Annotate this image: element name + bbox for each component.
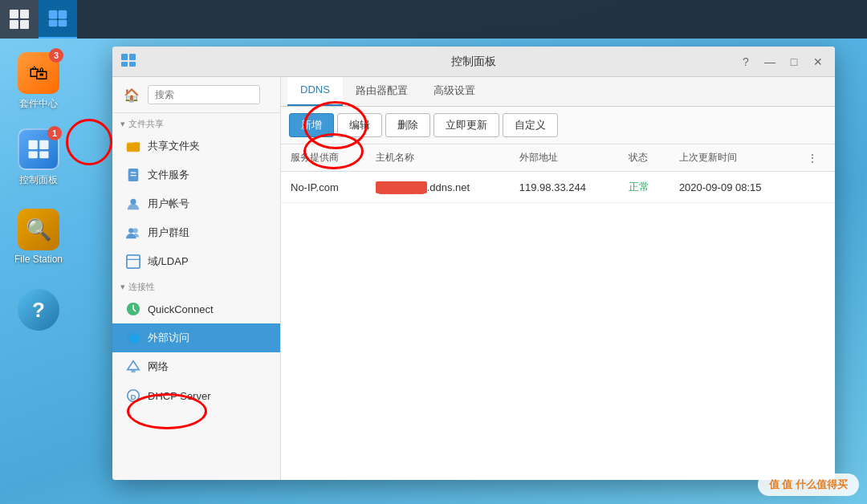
svg-rect-29 <box>131 370 135 373</box>
badge-package-center: 3 <box>49 48 63 63</box>
update-now-button[interactable]: 立即更新 <box>434 113 499 137</box>
user-account-icon <box>125 196 141 212</box>
maximize-button[interactable]: □ <box>784 51 804 72</box>
sidebar-section-connectivity: ▾ 连接性 <box>112 276 280 295</box>
svg-rect-4 <box>49 10 57 18</box>
close-button[interactable]: ✕ <box>808 51 828 72</box>
sidebar-home-button[interactable]: 🏠 <box>120 83 143 106</box>
chevron-down-icon: ▾ <box>120 119 125 129</box>
file-service-icon <box>125 167 141 183</box>
taskbar-logo[interactable] <box>0 0 39 39</box>
svg-rect-0 <box>10 10 18 18</box>
window-app-icon <box>120 52 136 71</box>
svg-rect-9 <box>39 140 48 149</box>
quickconnect-icon <box>125 301 141 317</box>
svg-rect-18 <box>130 172 136 173</box>
search-input[interactable] <box>148 85 260 104</box>
badge-control-panel: 1 <box>47 126 62 140</box>
tab-ddns[interactable]: DDNS <box>287 77 343 106</box>
tab-advanced[interactable]: 高级设置 <box>421 77 488 106</box>
col-hostname: 主机名称 <box>366 144 509 172</box>
svg-rect-11 <box>39 152 48 159</box>
label-file-station: File Station <box>14 254 63 265</box>
tab-router-config[interactable]: 路由器配置 <box>343 77 421 106</box>
tab-bar: DDNS 路由器配置 高级设置 <box>281 77 835 107</box>
desktop-icon-control-panel[interactable]: 1 控制面板 <box>6 128 71 187</box>
svg-rect-15 <box>129 62 136 67</box>
sidebar-item-user-group[interactable]: 用户群组 <box>112 218 280 247</box>
svg-rect-3 <box>20 20 29 29</box>
label-package-center: 套件中心 <box>19 97 58 111</box>
window-titlebar: 控制面板 ? — □ ✕ <box>112 47 835 77</box>
edit-button[interactable]: 编辑 <box>337 113 382 137</box>
domain-ldap-icon <box>125 254 141 270</box>
sidebar: 🏠 ▾ 文件共享 共享文件夹 文件服务 <box>112 77 281 480</box>
add-button[interactable]: 新增 <box>289 113 334 137</box>
sidebar-search-bar: 🏠 <box>112 77 280 113</box>
desktop-icon-file-station[interactable]: 🔍 File Station <box>6 209 71 265</box>
svg-rect-14 <box>121 62 128 67</box>
sidebar-item-file-service[interactable]: 文件服务 <box>112 161 280 189</box>
table-container: 服务提供商 主机名称 外部地址 状态 上次更新时间 ⋮ No-IP.com <box>281 144 835 480</box>
cell-provider: No-IP.com <box>281 172 366 203</box>
sidebar-item-shared-folder[interactable]: 共享文件夹 <box>112 132 280 161</box>
user-group-icon <box>125 225 141 241</box>
ddns-table: 服务提供商 主机名称 外部地址 状态 上次更新时间 ⋮ No-IP.com <box>281 144 835 203</box>
svg-text:🌐: 🌐 <box>130 334 140 343</box>
window-controls: ? — □ ✕ <box>735 47 828 76</box>
cell-hostname: ██████.ddns.net <box>366 172 509 203</box>
cell-last-updated: 2020-09-09 08:15 <box>670 172 798 203</box>
main-content: DDNS 路由器配置 高级设置 新增 编辑 删除 立即更新 自定义 服务提供商 <box>281 77 835 480</box>
customize-button[interactable]: 自定义 <box>503 113 558 137</box>
minimize-button[interactable]: — <box>759 51 780 72</box>
sidebar-item-network[interactable]: 网络 <box>112 352 280 381</box>
svg-rect-12 <box>121 54 128 60</box>
table-row[interactable]: No-IP.com ██████.ddns.net 119.98.33.244 … <box>281 172 835 203</box>
chevron-down-icon-2: ▾ <box>120 282 125 292</box>
toolbar: 新增 编辑 删除 立即更新 自定义 <box>281 107 835 144</box>
svg-rect-19 <box>130 175 136 176</box>
svg-point-20 <box>130 199 136 205</box>
taskbar-app-control-panel[interactable] <box>39 0 77 39</box>
col-external-ip: 外部地址 <box>510 144 619 172</box>
svg-point-22 <box>133 228 138 233</box>
col-status: 状态 <box>619 144 670 172</box>
svg-rect-10 <box>29 152 38 159</box>
annotation-control-panel-circle <box>66 119 112 165</box>
delete-button[interactable]: 删除 <box>385 113 430 137</box>
network-icon <box>125 359 141 375</box>
control-panel-window: 控制面板 ? — □ ✕ 🏠 ▾ 文件共享 共享文件夹 <box>112 47 835 480</box>
svg-rect-2 <box>10 20 18 29</box>
cell-status: 正常 <box>619 172 670 203</box>
sidebar-section-file-sharing: ▾ 文件共享 <box>112 113 280 132</box>
sidebar-item-external-access[interactable]: 🌐 外部访问 <box>112 323 280 352</box>
sidebar-item-quickconnect[interactable]: QuickConnect <box>112 295 280 323</box>
cell-row-actions[interactable] <box>798 172 835 203</box>
svg-rect-6 <box>49 20 57 26</box>
watermark: 值 值 什么值得买 <box>758 474 859 496</box>
table-header-row: 服务提供商 主机名称 外部地址 状态 上次更新时间 ⋮ <box>281 144 835 172</box>
label-control-panel: 控制面板 <box>19 173 58 187</box>
desktop-icon-package-center[interactable]: 🛍 3 套件中心 <box>6 52 71 111</box>
sidebar-item-dhcp-server[interactable]: D DHCP Server <box>112 381 280 410</box>
help-button[interactable]: ? <box>735 51 756 72</box>
desktop-icon-help[interactable]: ? <box>6 289 71 331</box>
svg-rect-5 <box>59 10 67 18</box>
sidebar-item-domain-ldap[interactable]: 域/LDAP <box>112 247 280 276</box>
svg-marker-28 <box>128 361 139 370</box>
watermark-icon: 值 <box>769 478 779 490</box>
col-provider: 服务提供商 <box>281 144 366 172</box>
svg-rect-7 <box>59 20 67 26</box>
window-title: 控制面板 <box>451 55 496 69</box>
cell-external-ip: 119.98.33.244 <box>510 172 619 203</box>
shared-folder-icon <box>125 138 141 154</box>
external-access-icon: 🌐 <box>125 330 141 346</box>
svg-rect-8 <box>29 140 38 149</box>
taskbar <box>0 0 867 39</box>
window-body: 🏠 ▾ 文件共享 共享文件夹 文件服务 <box>112 77 835 480</box>
watermark-text: 值 什么值得买 <box>782 478 848 490</box>
col-last-updated: 上次更新时间 <box>670 144 798 172</box>
col-actions: ⋮ <box>798 144 835 172</box>
sidebar-item-user-account[interactable]: 用户帐号 <box>112 189 280 218</box>
dhcp-server-icon: D <box>125 388 141 404</box>
